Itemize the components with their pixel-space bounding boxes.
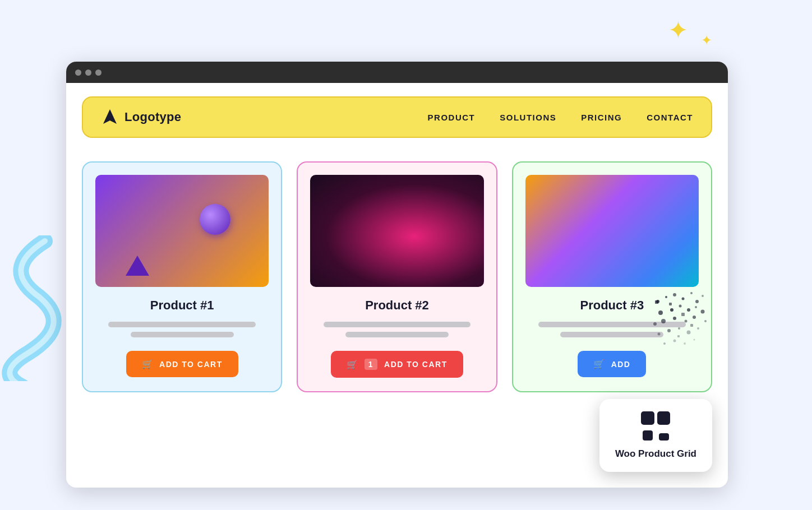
svg-point-18 bbox=[693, 316, 696, 319]
logo-icon bbox=[101, 108, 119, 126]
woo-product-grid-tooltip: Woo Product Grid bbox=[599, 399, 712, 472]
svg-point-12 bbox=[695, 306, 697, 308]
svg-point-9 bbox=[670, 308, 673, 312]
svg-point-8 bbox=[658, 310, 663, 315]
svg-point-6 bbox=[695, 300, 699, 303]
svg-rect-29 bbox=[655, 300, 658, 304]
cart-icon-2: 🛒 bbox=[347, 359, 359, 370]
svg-point-10 bbox=[679, 305, 681, 308]
sparkle-decoration-small: ✦ bbox=[701, 33, 712, 48]
desc-line-3a bbox=[538, 322, 686, 327]
svg-point-3 bbox=[673, 293, 676, 296]
woo-grid-cell-4-container bbox=[657, 428, 671, 441]
woo-tooltip-label: Woo Product Grid bbox=[615, 448, 696, 460]
browser-dot-1 bbox=[75, 69, 81, 76]
product-image-1 bbox=[95, 175, 269, 287]
svg-rect-30 bbox=[669, 303, 672, 305]
product-grid: Product #1 🛒 ADD TO CART Product #2 🛒 bbox=[66, 143, 728, 408]
product-image-3 bbox=[525, 175, 699, 287]
svg-point-16 bbox=[673, 317, 676, 320]
nav-link-pricing[interactable]: PRICING bbox=[581, 113, 622, 122]
cart-icon-1: 🛒 bbox=[142, 359, 154, 369]
desc-line-1a bbox=[108, 322, 256, 327]
nav-link-contact[interactable]: CONTACT bbox=[647, 113, 693, 122]
woo-icon-grid bbox=[641, 411, 670, 441]
svg-point-23 bbox=[686, 331, 690, 335]
svg-point-7 bbox=[702, 295, 704, 297]
product-title-2: Product #2 bbox=[365, 298, 429, 313]
cart-icon-3: 🛒 bbox=[593, 359, 606, 369]
product-image-visual-1 bbox=[95, 175, 269, 287]
add-to-cart-label-3: ADD bbox=[611, 360, 631, 369]
nav-link-solutions[interactable]: SOLUTIONS bbox=[500, 113, 556, 122]
product-image-2 bbox=[310, 175, 483, 287]
product-description-2 bbox=[324, 322, 471, 337]
svg-point-11 bbox=[687, 308, 690, 312]
svg-point-13 bbox=[700, 310, 704, 314]
svg-point-19 bbox=[704, 320, 707, 322]
navbar: Logotype PRODUCT SOLUTIONS PRICING CONTA… bbox=[82, 96, 712, 138]
woo-grid-cell-3-container bbox=[641, 428, 654, 441]
product-image-visual-2 bbox=[310, 175, 483, 287]
logo-text: Logotype bbox=[124, 110, 181, 124]
desc-line-3b bbox=[560, 332, 663, 337]
add-to-cart-label-2: ADD TO CART bbox=[384, 360, 447, 369]
add-to-cart-button-1[interactable]: 🛒 ADD TO CART bbox=[126, 351, 238, 377]
svg-point-28 bbox=[693, 339, 695, 341]
squiggle-decoration bbox=[0, 235, 62, 381]
sparkle-decoration-large: ✦ bbox=[668, 16, 689, 44]
nav-links: PRODUCT SOLUTIONS PRICING CONTACT bbox=[428, 113, 693, 122]
desc-line-2b bbox=[345, 332, 449, 337]
svg-point-5 bbox=[690, 292, 693, 294]
svg-rect-32 bbox=[690, 324, 693, 327]
product-card-1: Product #1 🛒 ADD TO CART bbox=[82, 161, 282, 392]
add-to-cart-button-2[interactable]: 🛒 1 ADD TO CART bbox=[331, 351, 463, 378]
product-description-1 bbox=[108, 322, 256, 337]
browser-dot-3 bbox=[95, 69, 101, 76]
browser-window: Logotype PRODUCT SOLUTIONS PRICING CONTA… bbox=[66, 62, 728, 488]
svg-point-25 bbox=[663, 342, 666, 345]
woo-grid-cell-2 bbox=[657, 411, 671, 425]
browser-titlebar bbox=[66, 62, 728, 83]
nav-link-product[interactable]: PRODUCT bbox=[428, 113, 476, 122]
product-card-3: Product #3 🛒 ADD bbox=[512, 161, 712, 392]
desc-line-2a bbox=[324, 322, 471, 327]
svg-point-4 bbox=[681, 298, 684, 300]
woo-grid-cell-3 bbox=[643, 430, 653, 441]
browser-dot-2 bbox=[85, 69, 91, 76]
woo-grid-cell-4 bbox=[659, 433, 669, 441]
svg-point-24 bbox=[697, 327, 699, 330]
svg-marker-0 bbox=[103, 109, 117, 124]
desc-line-1b bbox=[131, 332, 234, 337]
quantity-badge-2: 1 bbox=[365, 359, 377, 370]
svg-point-1 bbox=[656, 300, 659, 303]
logo-area: Logotype bbox=[101, 108, 181, 126]
woo-grid-cell-1 bbox=[641, 411, 654, 425]
product-description-3 bbox=[538, 322, 686, 337]
svg-point-2 bbox=[665, 296, 667, 298]
svg-point-26 bbox=[673, 340, 676, 342]
product-title-3: Product #3 bbox=[580, 298, 644, 313]
product-card-2: Product #2 🛒 1 ADD TO CART bbox=[297, 161, 497, 392]
product-image-visual-3 bbox=[525, 175, 699, 287]
add-to-cart-label-1: ADD TO CART bbox=[159, 360, 223, 369]
add-to-cart-button-3[interactable]: 🛒 ADD bbox=[578, 351, 646, 377]
svg-point-27 bbox=[684, 342, 686, 345]
svg-rect-31 bbox=[681, 313, 685, 316]
product-title-1: Product #1 bbox=[150, 298, 214, 313]
